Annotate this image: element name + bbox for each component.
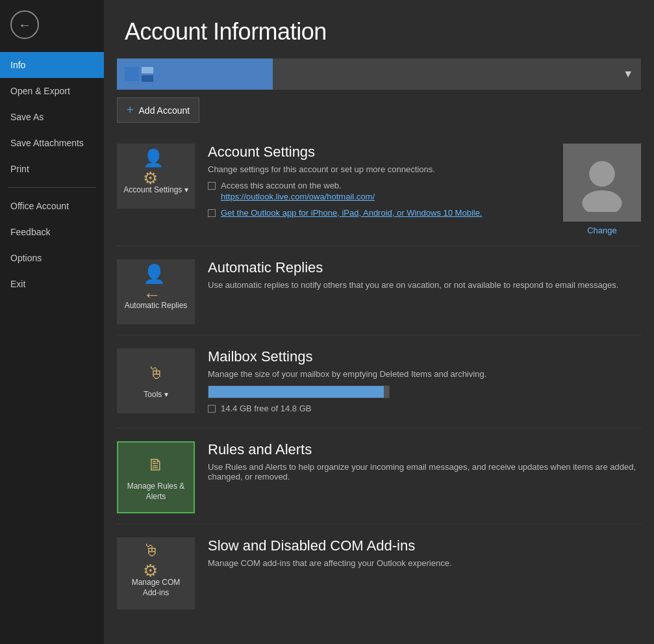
automatic-replies-title: Automatic Replies	[208, 259, 641, 276]
mailbox-settings-title: Mailbox Settings	[208, 348, 641, 365]
page-title: Account Information	[104, 0, 654, 58]
sidebar-item-options[interactable]: Options	[0, 245, 104, 271]
sidebar-item-print-label: Print	[10, 164, 29, 174]
automatic-replies-card-button[interactable]: 👤← Automatic Replies	[117, 259, 195, 324]
manage-rules-icon-wrap: 🗎	[143, 453, 169, 476]
sidebar-item-info-label: Info	[10, 60, 25, 70]
tile-block-2	[142, 67, 153, 73]
tools-icon-wrap: 🖰	[143, 361, 169, 385]
account-settings-app-item: Get the Outlook app for iPhone, iPad, An…	[208, 208, 550, 220]
sidebar-item-exit[interactable]: Exit	[0, 271, 104, 297]
tile-block-1	[125, 67, 139, 81]
account-settings-desc: Change settings for this account or set …	[208, 164, 550, 174]
tools-icon: 🖰	[147, 363, 164, 383]
sidebar-item-open-export[interactable]: Open & Export	[0, 78, 104, 104]
add-account-button[interactable]: + Add Account	[117, 97, 199, 123]
com-addins-content: Slow and Disabled COM Add-ins Manage COM…	[208, 537, 641, 574]
mailbox-settings-section: 🖰 Tools ▾ Mailbox Settings Manage the si…	[117, 338, 641, 428]
account-tile-blocks	[125, 67, 153, 82]
manage-rules-card-label: Manage Rules & Alerts	[123, 482, 188, 502]
sidebar-item-save-as-label: Save As	[10, 112, 44, 122]
manage-com-addins-icon-wrap: 🖰⚙	[143, 549, 169, 573]
avatar-svg	[573, 153, 631, 212]
automatic-replies-content: Automatic Replies Use automatic replies …	[208, 259, 641, 296]
sidebar: ← Info Open & Export Save As Save Attach…	[0, 0, 104, 644]
storage-bullet-icon	[208, 405, 216, 413]
automatic-replies-section: 👤← Automatic Replies Automatic Replies U…	[117, 249, 641, 335]
sidebar-item-info[interactable]: Info	[0, 52, 104, 78]
sidebar-item-feedback[interactable]: Feedback	[0, 219, 104, 245]
change-avatar-link[interactable]: Change	[587, 225, 617, 235]
avatar-section: Change	[563, 144, 641, 235]
manage-com-addins-icon: 🖰⚙	[143, 541, 169, 581]
sidebar-divider	[8, 187, 96, 188]
get-outlook-app-link[interactable]: Get the Outlook app for iPhone, iPad, An…	[221, 208, 483, 218]
back-circle-icon: ←	[10, 10, 39, 39]
rules-alerts-title: Rules and Alerts	[208, 441, 641, 458]
sidebar-item-save-as[interactable]: Save As	[0, 104, 104, 130]
storage-text: 14.4 GB free of 14.8 GB	[221, 404, 311, 413]
bullet-icon	[208, 182, 216, 190]
outlook-web-link[interactable]: https://outlook.live.com/owa/hotmail.com…	[221, 192, 375, 201]
main-content: Account Information ▼ + Add Account 👤⚙ A…	[104, 0, 654, 644]
bullet-icon-2	[208, 209, 216, 217]
add-icon: +	[127, 103, 134, 117]
com-addins-title: Slow and Disabled COM Add-ins	[208, 537, 641, 554]
sidebar-item-exit-label: Exit	[10, 279, 25, 289]
com-addins-desc: Manage COM add-ins that are affecting yo…	[208, 558, 641, 568]
account-settings-title: Account Settings	[208, 144, 550, 161]
sidebar-item-options-label: Options	[10, 253, 42, 263]
svg-point-1	[582, 190, 622, 212]
rules-alerts-section: 🗎 Manage Rules & Alerts Rules and Alerts…	[117, 431, 641, 524]
svg-point-0	[589, 161, 615, 187]
sidebar-item-office-account-label: Office Account	[10, 201, 69, 211]
avatar	[563, 144, 641, 222]
sidebar-item-office-account[interactable]: Office Account	[0, 193, 104, 219]
mailbox-settings-desc: Manage the size of your mailbox by empty…	[208, 369, 641, 379]
mailbox-settings-content: Mailbox Settings Manage the size of your…	[208, 348, 641, 417]
manage-rules-icon: 🗎	[147, 455, 164, 475]
dropdown-arrow-icon: ▼	[623, 68, 633, 80]
account-settings-icon: 👤⚙	[143, 148, 169, 188]
tools-card-button[interactable]: 🖰 Tools ▾	[117, 348, 195, 413]
add-account-label: Add Account	[139, 105, 190, 116]
account-tile[interactable]	[117, 58, 273, 90]
automatic-replies-desc: Use automatic replies to notify others t…	[208, 280, 641, 290]
sidebar-item-open-export-label: Open & Export	[10, 86, 70, 96]
manage-com-addins-card-button[interactable]: 🖰⚙ Manage COM Add-ins	[117, 537, 195, 610]
back-arrow-icon: ←	[18, 18, 31, 32]
sidebar-item-print[interactable]: Print	[0, 156, 104, 182]
account-settings-section: 👤⚙ Account Settings ▾ Account Settings C…	[117, 133, 641, 246]
manage-rules-card-button[interactable]: 🗎 Manage Rules & Alerts	[117, 441, 195, 513]
account-settings-icon-wrap: 👤⚙	[143, 157, 169, 180]
account-settings-content: Account Settings Change settings for thi…	[208, 144, 550, 224]
rules-alerts-content: Rules and Alerts Use Rules and Alerts to…	[208, 441, 641, 488]
sidebar-nav: Info Open & Export Save As Save Attachme…	[0, 52, 104, 297]
com-addins-section: 🖰⚙ Manage COM Add-ins Slow and Disabled …	[117, 527, 641, 620]
back-button[interactable]: ←	[5, 5, 44, 44]
tools-card-label: Tools ▾	[144, 390, 168, 400]
access-web-text: Access this account on the web.	[221, 181, 375, 190]
sidebar-item-save-attachments[interactable]: Save Attachments	[0, 130, 104, 156]
automatic-replies-icon-wrap: 👤←	[143, 272, 169, 296]
rules-alerts-desc: Use Rules and Alerts to help organize yo…	[208, 462, 641, 482]
sidebar-item-feedback-label: Feedback	[10, 227, 50, 237]
automatic-replies-icon: 👤←	[143, 263, 169, 305]
storage-progress-fill	[208, 386, 384, 398]
account-settings-card-button[interactable]: 👤⚙ Account Settings ▾	[117, 144, 195, 209]
sidebar-item-save-attachments-label: Save Attachments	[10, 138, 84, 148]
storage-progress-bar	[208, 385, 390, 398]
account-selector-bar: ▼	[117, 58, 641, 90]
account-settings-web-item: Access this account on the web. https://…	[208, 181, 550, 204]
tile-block-3	[142, 75, 153, 82]
storage-item: 14.4 GB free of 14.8 GB	[208, 404, 641, 413]
account-dropdown[interactable]: ▼	[273, 58, 641, 90]
